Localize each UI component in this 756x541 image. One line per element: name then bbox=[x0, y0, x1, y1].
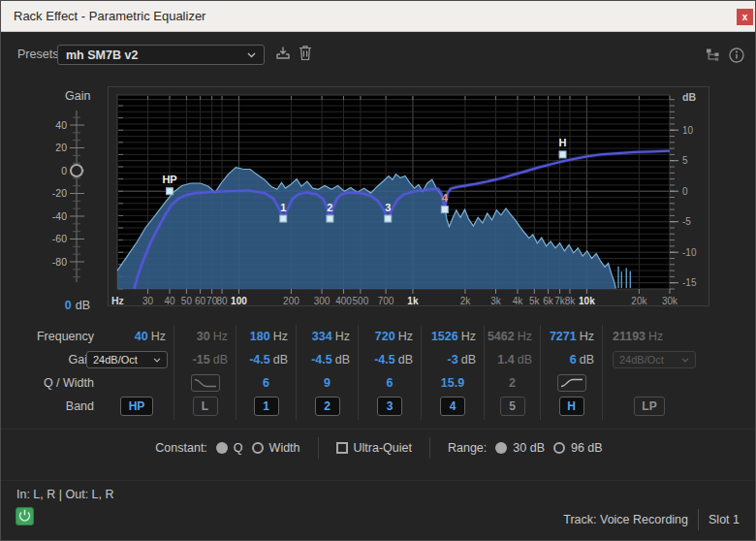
band1-frequency-value[interactable]: 180Hz bbox=[236, 325, 296, 348]
svg-text:dB: dB bbox=[682, 91, 696, 103]
hp-slope-dropdown[interactable]: 24dB/Oct bbox=[86, 351, 168, 368]
band-column-2: 334Hz -4.5dB 9 2 bbox=[296, 325, 358, 420]
power-toggle-button[interactable] bbox=[16, 507, 34, 525]
eq-graph-panel: dB1050-5-10-15Hz304050607080100200300400… bbox=[108, 86, 709, 306]
svg-text:HP: HP bbox=[162, 174, 176, 185]
band3-frequency-value[interactable]: 720Hz bbox=[359, 325, 421, 348]
band-column-5: 5462Hz 1.4dB 2 5 bbox=[484, 325, 540, 420]
svg-text:-5: -5 bbox=[682, 216, 691, 227]
band2-gain-value[interactable]: -4.5dB bbox=[297, 348, 358, 371]
l-gain-value[interactable]: -15dB bbox=[174, 348, 236, 371]
param-row-labels: Frequency Gain Q / Width Band bbox=[1, 325, 100, 420]
svg-text:-15: -15 bbox=[682, 277, 697, 288]
svg-text:Hz: Hz bbox=[111, 295, 124, 305]
band-toggle-h[interactable]: H bbox=[559, 397, 584, 416]
svg-text:30: 30 bbox=[142, 296, 154, 305]
band3-q-value[interactable]: 6 bbox=[359, 371, 421, 395]
ultra-quiet-checkbox[interactable] bbox=[336, 442, 348, 454]
routing-button[interactable] bbox=[706, 48, 720, 62]
save-preset-button[interactable] bbox=[275, 46, 291, 61]
info-icon bbox=[728, 47, 745, 64]
svg-text:40: 40 bbox=[55, 119, 67, 131]
h-frequency-value[interactable]: 7271Hz bbox=[541, 325, 602, 348]
svg-text:30k: 30k bbox=[662, 296, 678, 305]
h-shelf-shape-button[interactable] bbox=[557, 374, 586, 392]
svg-text:-80: -80 bbox=[52, 256, 67, 268]
range-96db-radio[interactable] bbox=[553, 442, 565, 454]
band4-gain-value[interactable]: -3dB bbox=[422, 348, 484, 371]
high-shelf-icon bbox=[559, 376, 584, 390]
band-toggle-1[interactable]: 1 bbox=[254, 397, 279, 416]
band2-frequency-value[interactable]: 334Hz bbox=[297, 325, 358, 348]
band-toggle-5[interactable]: 5 bbox=[500, 397, 525, 416]
band-column-1: 180Hz -4.5dB 6 1 bbox=[236, 325, 296, 420]
trash-icon bbox=[299, 45, 312, 61]
options-separator bbox=[1, 429, 756, 430]
row-label-frequency: Frequency bbox=[1, 325, 100, 348]
svg-text:300: 300 bbox=[314, 296, 331, 305]
band2-q-value[interactable]: 9 bbox=[297, 371, 358, 395]
h-gain-value[interactable]: 6dB bbox=[541, 348, 602, 371]
band1-q-value[interactable]: 6 bbox=[236, 371, 296, 395]
constant-q-radio[interactable] bbox=[216, 442, 228, 454]
track-slot-group: Track: Voice Recording Slot 1 bbox=[563, 509, 740, 530]
l-frequency-value[interactable]: 30Hz bbox=[174, 325, 236, 348]
svg-text:20k: 20k bbox=[631, 296, 647, 305]
svg-text:60: 60 bbox=[195, 296, 206, 305]
svg-text:-40: -40 bbox=[52, 210, 67, 222]
band-toggle-2[interactable]: 2 bbox=[315, 397, 340, 416]
info-button[interactable] bbox=[728, 47, 745, 64]
band3-gain-value[interactable]: -4.5dB bbox=[359, 348, 421, 371]
l-shelf-shape-button[interactable] bbox=[191, 374, 220, 392]
eq-graph[interactable]: dB1050-5-10-15Hz304050607080100200300400… bbox=[109, 87, 709, 305]
band-toggle-hp[interactable]: HP bbox=[120, 397, 153, 416]
options-row: Constant: Q Width Ultra-Quiet Range: 30 … bbox=[1, 434, 756, 461]
titlebar[interactable]: Rack Effect - Parametric Equalizer x bbox=[1, 1, 755, 32]
gain-slider-knob[interactable] bbox=[71, 165, 82, 176]
band-toggle-l[interactable]: L bbox=[193, 397, 218, 416]
band-toggle-4[interactable]: 4 bbox=[440, 397, 465, 416]
svg-text:5: 5 bbox=[682, 155, 688, 166]
svg-text:400: 400 bbox=[335, 296, 352, 305]
gain-unit: dB bbox=[76, 299, 90, 312]
options-divider bbox=[429, 437, 430, 459]
svg-text:H: H bbox=[559, 137, 567, 148]
svg-text:20: 20 bbox=[55, 142, 67, 153]
band5-frequency-value[interactable]: 5462Hz bbox=[485, 325, 540, 348]
band5-gain-value[interactable]: 1.4dB bbox=[485, 348, 540, 371]
band-toggle-3[interactable]: 3 bbox=[377, 397, 402, 416]
svg-text:5k: 5k bbox=[529, 296, 541, 305]
band1-gain-value[interactable]: -4.5dB bbox=[236, 348, 296, 371]
delete-preset-button[interactable] bbox=[299, 45, 312, 61]
svg-text:10: 10 bbox=[682, 125, 694, 136]
range-96db-label: 96 dB bbox=[571, 441, 603, 455]
band4-q-value[interactable]: 15.9 bbox=[422, 371, 484, 395]
svg-text:8k: 8k bbox=[565, 296, 577, 305]
track-slot-divider bbox=[698, 509, 699, 530]
band-parameter-grid: Frequency Gain Q / Width Band 40Hz 24dB/… bbox=[1, 325, 756, 420]
band4-frequency-value[interactable]: 1526Hz bbox=[422, 325, 484, 348]
hp-frequency-value[interactable]: 40Hz bbox=[100, 325, 173, 348]
power-icon bbox=[16, 508, 33, 525]
gain-slider[interactable]: 40200-20-40-60-80 bbox=[13, 101, 105, 295]
svg-text:1: 1 bbox=[280, 202, 286, 213]
svg-text:4k: 4k bbox=[513, 296, 524, 305]
close-button[interactable]: x bbox=[737, 9, 753, 25]
constant-width-label: Width bbox=[269, 441, 300, 455]
chevron-down-icon bbox=[681, 358, 689, 363]
band5-q-value[interactable]: 2 bbox=[485, 371, 540, 395]
routing-icon bbox=[706, 48, 720, 62]
constant-q-label: Q bbox=[234, 441, 243, 455]
band-toggle-lp[interactable]: LP bbox=[634, 397, 665, 416]
lp-frequency-value[interactable]: 21193Hz bbox=[603, 325, 709, 348]
slot-label: Slot 1 bbox=[709, 513, 740, 526]
svg-text:100: 100 bbox=[231, 296, 247, 305]
band-column-h: 7271Hz 6dB H bbox=[540, 325, 602, 420]
lp-slope-dropdown[interactable]: 24dB/Oct bbox=[613, 351, 696, 368]
gain-value: 0 bbox=[65, 299, 72, 312]
band-column-lp: 21193Hz 24dB/Oct LP bbox=[602, 325, 709, 420]
presets-dropdown[interactable]: mh SM7B v2 bbox=[57, 45, 265, 65]
constant-width-radio[interactable] bbox=[252, 442, 264, 454]
range-30db-radio[interactable] bbox=[495, 442, 507, 454]
constant-label: Constant: bbox=[155, 441, 207, 455]
